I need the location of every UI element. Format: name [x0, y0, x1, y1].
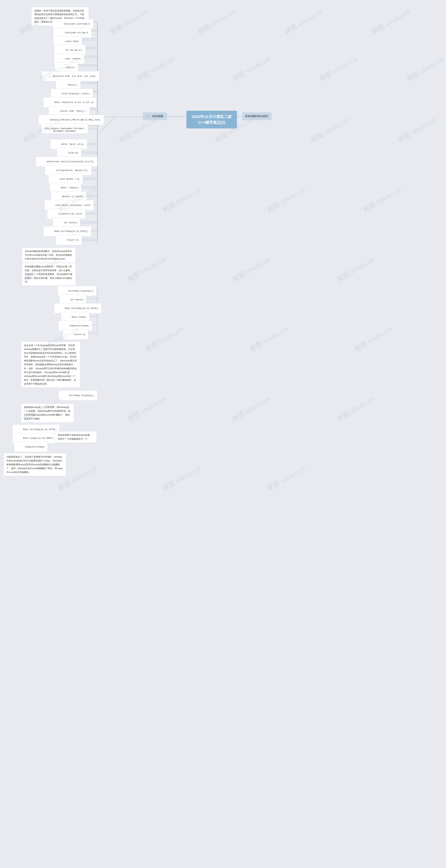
watermark-7: 树图 shutu.cn: [135, 54, 176, 84]
code-today-birthday-text: today=birthday;: [69, 324, 90, 327]
watermark-25: 树图 shutu.cn: [144, 324, 185, 353]
desc-this-box: 析构函数在删除month指针时，可能会出现一些问题。当我从这个程序本身来看，这什…: [22, 263, 76, 286]
desc-two-date-box: 再假设有两个初始化的Date变量，把其中一个的值赋值给另一个。: [55, 431, 97, 443]
code-int-mo-text: int mo,da,yr;: [65, 49, 83, 52]
code-void-display2-text: void Date::display() const: [55, 204, 91, 207]
desc-problem-text: 这会生成一个名为today的空的Date型变量，并且把birthday值赋给它。…: [24, 344, 77, 385]
main-container: 树图 shutu.cn 树图 shutu.cn 树图 shutu.cn 树图 s…: [0, 0, 446, 868]
watermark-29: 树图 shutu.cn: [126, 394, 168, 423]
code-today-birthday2-text: today=birthday;: [25, 445, 45, 448]
desc-problem-box: 这会生成一个名为today的空的Date型变量，并且把birthday值赋给它。…: [21, 342, 80, 388]
code-return0-text: return 0;: [67, 239, 79, 241]
code-mo-da-yr-text: mo=m; da=d; yr=y;: [61, 143, 85, 146]
desc-if-today-box: 如果假设today是一个外部变量，而birthday是一个自变量，当birthd…: [21, 403, 74, 423]
code-date-impl-text: Date::Date(int m,int d,int y): [54, 101, 94, 104]
code-date-constructor-text: Date(int m=0, int d=0, int y=0);: [53, 75, 97, 78]
code-void-display-text: void display() const;: [62, 92, 90, 95]
code-public-text: public:: [66, 66, 75, 69]
code-delete-month-text: delete [] month;: [62, 195, 84, 198]
watermark-27: 树图 shutu.cn: [353, 324, 394, 353]
code-date-birthday2-text: Date birthday(8,11,1979);: [65, 307, 99, 310]
code-char-month-text: char *month;: [65, 58, 82, 60]
code-birthday-display2: birthday.display();: [58, 390, 98, 401]
code-date-today2-text: Date today(12,29,2003);: [23, 437, 54, 439]
code-date-birthday-text: Date birthday(8,11,1979);: [54, 230, 88, 232]
code-date-destructor-text: Date::~Date(): [61, 186, 78, 189]
watermark-21: 树图 shutu.cn: [126, 255, 168, 284]
watermark-10: 树图 shutu.cn: [405, 54, 446, 84]
watermark-31: 树图 shutu.cn: [335, 394, 377, 423]
desc-this-text: 析构函数在删除month指针时，可能会出现一些问题。当我从这个程序本身来看，这什…: [25, 265, 72, 283]
desc-problem2-box: 问题就更复杂了，当这两个变量离开作用域时，birthday中的month的值已经…: [3, 453, 66, 476]
center-node: 2020年12月计算机二级C++辅导笔记(2): [186, 111, 237, 128]
code-class-date-text: class Date: [65, 40, 78, 43]
code-destructor-text: ~Date();: [67, 84, 78, 86]
watermark-18: 树图 shutu.cn: [265, 185, 307, 214]
watermark-15: 树图 shutu.cn: [396, 115, 438, 145]
watermark-14: 树图 shutu.cn: [309, 115, 351, 145]
code-if-m0-text: if(m!=0): [68, 152, 78, 154]
watermark-23: 树图 shutu.cn: [335, 255, 377, 284]
code-strcpy-text: strcpy(month, mos[m-1]);: [56, 169, 89, 172]
desc-problem2-text: 问题就更复杂了，当这两个变量离开作用域时，birthday中的month的值已经…: [6, 456, 63, 473]
watermark-22: 树图 shutu.cn: [231, 255, 272, 284]
code-else-month-text: else month = 0;: [60, 178, 80, 180]
code-return0-2: return 0;: [63, 329, 88, 340]
code-today-birthday2: today=birthday;: [14, 442, 48, 452]
watermark-5: 树图 shutu.cn: [370, 7, 412, 36]
center-node-label: 2020年12月计算机二级C++辅导笔记(2): [192, 115, 231, 125]
code-months1-text: January,February,March,April,May,June,: [50, 119, 101, 121]
code-include-iostream-text: #include iostream.h: [64, 23, 90, 25]
code-birthday-display2-text: birthday.display();: [69, 394, 95, 397]
code-month-new-text: month=new char[strlen(mos[m-1])+1];: [47, 160, 94, 163]
desc-if-today-text: 如果假设today是一个外部变量，而birthday是一个自变量，当birthd…: [24, 406, 70, 420]
code-date-today-text: Date today;: [72, 316, 87, 318]
watermark-17: 树图 shutu.cn: [161, 185, 202, 214]
branch-析构函数[interactable]: 一、析构函数: [143, 113, 167, 120]
watermark-3: 树图 shutu.cn: [196, 7, 237, 36]
watermark-9: 树图 shutu.cn: [318, 54, 359, 84]
watermark-33: 树图 shutu.cn: [161, 464, 202, 493]
code-if-month-cout-text: if(month!=0) cout<: [58, 213, 83, 215]
watermark-34: 树图 shutu.cn: [265, 464, 307, 493]
code-birthday-display1-text: birthday.display();: [68, 290, 94, 292]
code-months2-text: July,August,September,October, November,…: [44, 127, 85, 132]
code-months2: July,August,September,October, November,…: [41, 123, 88, 134]
code-date-birthday3-text: Date birthday(8,11,1979);: [23, 428, 57, 431]
watermark-2: 树图 shutu.cn: [109, 7, 150, 36]
branch-析构和this-label: 析构函数和this指针: [245, 115, 269, 118]
watermark-26: 树图 shutu.cn: [248, 324, 290, 353]
watermark-4: 树图 shutu.cn: [283, 7, 324, 36]
watermark-30: 树图 shutu.cn: [231, 394, 272, 423]
desc-析构-text: 在Date对象的析构函数中，首先用new运算符为字符串month报考分配了内存，…: [25, 250, 72, 260]
code-static-char-text: static char *mos[] =: [60, 110, 87, 113]
code-int-main-text: int main(): [64, 221, 77, 224]
branch-析构和this[interactable]: 析构函数和this指针: [242, 113, 272, 120]
mind-map: 树图 shutu.cn 树图 shutu.cn 树图 shutu.cn 树图 s…: [3, 3, 443, 868]
code-int-main2-text: int main(): [70, 298, 84, 301]
watermark-19: 树图 shutu.cn: [361, 185, 403, 214]
code-return0: return 0;: [56, 235, 82, 245]
desc-two-date-text: 再假设有两个初始化的Date变量，把其中一个的值赋值给另一个。: [58, 434, 92, 440]
code-return0-2-text: return 0;: [73, 333, 86, 336]
watermark-8: 树图 shutu.cn: [231, 54, 272, 84]
branch-析构函数-label: 一、析构函数: [147, 115, 163, 118]
desc-析构-box: 在Date对象的析构函数中，首先用new运算符为字符串month报考分配了内存，…: [22, 247, 76, 263]
code-include-string-text: #include string.h: [65, 31, 88, 34]
